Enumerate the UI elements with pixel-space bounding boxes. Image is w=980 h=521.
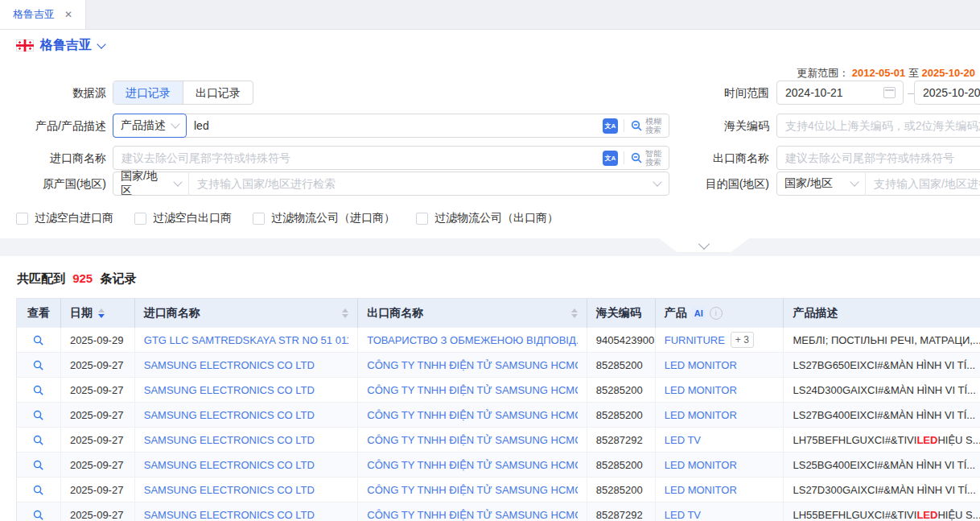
date-end-input[interactable] bbox=[915, 82, 980, 103]
ai-badge: AI bbox=[692, 307, 706, 320]
hs-code-field[interactable] bbox=[776, 114, 980, 138]
exporter-cell: CÔNG TY TNHH ĐIỆN TỬ SAMSUNG HCMC... bbox=[358, 502, 587, 521]
product-link[interactable]: LED TV bbox=[665, 509, 701, 521]
origin-country-select-value: 国家/地区 bbox=[121, 169, 168, 198]
importer-link[interactable]: SAMSUNG ELECTRONICS CO LTD bbox=[144, 434, 315, 446]
chevron-down-icon[interactable] bbox=[97, 39, 105, 48]
product-link[interactable]: LED MONITOR bbox=[665, 484, 737, 496]
col-date[interactable]: 日期 bbox=[61, 299, 135, 328]
exporter-link[interactable]: CÔNG TY TNHH ĐIỆN TỬ SAMSUNG HCMC... bbox=[367, 409, 578, 421]
fuzzy-search-button[interactable]: 模糊 搜索 bbox=[630, 117, 661, 134]
importer-link[interactable]: SAMSUNG ELECTRONICS CO LTD bbox=[144, 384, 315, 396]
tab-import-records[interactable]: 进口记录 bbox=[113, 81, 183, 104]
col-description: 产品描述 bbox=[784, 299, 980, 328]
product-link[interactable]: LED MONITOR bbox=[665, 359, 737, 371]
view-cell[interactable] bbox=[17, 453, 61, 477]
dest-country-input[interactable] bbox=[866, 173, 980, 194]
time-range-label: 时间范围 bbox=[666, 81, 769, 105]
hs-code-cell: 9405423900 bbox=[587, 328, 656, 352]
checkbox-filter-blank-exporter[interactable]: 过滤空白出口商 bbox=[134, 211, 232, 225]
product-type-select[interactable]: 产品描述 bbox=[113, 114, 187, 138]
exporter-input[interactable] bbox=[777, 147, 980, 168]
hs-code-input[interactable] bbox=[777, 115, 980, 136]
table-row: 2025-09-27SAMSUNG ELECTRONICS CO LTDCÔNG… bbox=[17, 478, 980, 502]
exporter-field[interactable] bbox=[776, 146, 980, 170]
update-start-date: 2012-05-01 bbox=[852, 67, 906, 79]
view-cell[interactable] bbox=[17, 353, 61, 377]
product-link[interactable]: LED MONITOR bbox=[665, 409, 737, 421]
exporter-link[interactable]: ТОВАРИСТВО З ОБМЕЖЕНОЮ ВІДПОВІД... bbox=[367, 334, 578, 346]
exporter-label: 出口商名称 bbox=[666, 146, 769, 170]
exporter-link[interactable]: CÔNG TY TNHH ĐIỆN TỬ SAMSUNG HCMC... bbox=[367, 434, 578, 446]
exporter-link[interactable]: CÔNG TY TNHH ĐIỆN TỬ SAMSUNG HCMC... bbox=[367, 459, 578, 471]
product-search-input[interactable] bbox=[186, 115, 603, 136]
exporter-cell: CÔNG TY TNHH ĐIỆN TỬ SAMSUNG HCMC... bbox=[358, 453, 587, 477]
close-icon[interactable]: ✕ bbox=[64, 10, 72, 19]
checkbox-icon[interactable] bbox=[416, 213, 428, 225]
translate-icon[interactable] bbox=[603, 118, 618, 134]
checkbox-icon[interactable] bbox=[16, 213, 28, 225]
sort-icon[interactable] bbox=[571, 308, 578, 318]
chevron-down-icon[interactable] bbox=[653, 177, 661, 186]
dest-country-select[interactable]: 国家/地区 bbox=[777, 172, 866, 196]
exporter-link[interactable]: CÔNG TY TNHH ĐIỆN TỬ SAMSUNG HCMC... bbox=[367, 359, 578, 371]
col-importer[interactable]: 进口商名称 bbox=[135, 299, 359, 328]
country-header[interactable]: 格鲁吉亚 bbox=[16, 37, 105, 54]
view-magnifier-icon bbox=[32, 409, 44, 421]
update-end-date: 2025-10-20 bbox=[922, 67, 976, 79]
product-extra-badge[interactable]: + 3 bbox=[731, 332, 754, 348]
exporter-cell: CÔNG TY TNHH ĐIỆN TỬ SAMSUNG HCMC... bbox=[358, 353, 587, 377]
importer-link[interactable]: SAMSUNG ELECTRONICS CO LTD bbox=[144, 484, 315, 496]
fuzzy-search-label: 模糊 搜索 bbox=[645, 117, 661, 134]
collapse-panel-toggle[interactable] bbox=[659, 238, 749, 252]
date-end-field[interactable] bbox=[914, 81, 980, 105]
exporter-link[interactable]: CÔNG TY TNHH ĐIỆN TỬ SAMSUNG HCMC... bbox=[367, 484, 578, 496]
product-search-group: 产品描述 模糊 搜索 bbox=[113, 114, 669, 138]
view-cell[interactable] bbox=[17, 502, 61, 521]
description-cell: LS25BG400EIXCI#&MÀN HÌNH VI TÍ... bbox=[784, 453, 980, 477]
view-cell[interactable] bbox=[17, 378, 61, 402]
exporter-link[interactable]: CÔNG TY TNHH ĐIỆN TỬ SAMSUNG HCMC... bbox=[367, 384, 578, 396]
importer-input[interactable] bbox=[113, 147, 603, 168]
date-start-input[interactable] bbox=[777, 82, 883, 103]
exporter-cell: CÔNG TY TNHH ĐIỆN TỬ SAMSUNG HCMC... bbox=[358, 403, 587, 427]
hs-code-cell: 85287292 bbox=[587, 428, 656, 452]
checkbox-label: 过滤空白进口商 bbox=[35, 211, 113, 225]
origin-country-input[interactable] bbox=[189, 173, 654, 194]
importer-link[interactable]: SAMSUNG ELECTRONICS CO LTD bbox=[144, 509, 315, 521]
tab-georgia[interactable]: 格鲁吉亚 ✕ bbox=[0, 0, 86, 29]
sort-icon[interactable] bbox=[98, 308, 105, 318]
checkbox-icon[interactable] bbox=[253, 213, 265, 225]
info-icon[interactable] bbox=[710, 307, 723, 320]
exporter-link[interactable]: CÔNG TY TNHH ĐIỆN TỬ SAMSUNG HCMC... bbox=[367, 509, 578, 521]
col-exporter[interactable]: 出口商名称 bbox=[358, 299, 587, 328]
importer-link[interactable]: SAMSUNG ELECTRONICS CO LTD bbox=[144, 459, 315, 471]
checkbox-icon[interactable] bbox=[134, 213, 146, 225]
view-magnifier-icon bbox=[32, 459, 44, 471]
date-start-field[interactable] bbox=[776, 81, 904, 105]
product-link[interactable]: FURNITURE bbox=[665, 334, 725, 346]
tab-export-records[interactable]: 出口记录 bbox=[183, 81, 253, 104]
product-link[interactable]: LED MONITOR bbox=[665, 459, 737, 471]
translate-icon[interactable] bbox=[603, 151, 618, 166]
product-link[interactable]: LED MONITOR bbox=[665, 384, 737, 396]
origin-country-select[interactable]: 国家/地区 bbox=[113, 172, 189, 196]
checkbox-filter-blank-importer[interactable]: 过滤空白进口商 bbox=[16, 211, 113, 225]
importer-link[interactable]: SAMSUNG ELECTRONICS CO LTD bbox=[144, 359, 315, 371]
view-cell[interactable] bbox=[17, 403, 61, 427]
smart-search-button[interactable]: 智能 搜索 bbox=[630, 149, 661, 167]
view-cell[interactable] bbox=[17, 478, 61, 502]
product-link[interactable]: LED TV bbox=[665, 434, 701, 446]
sort-icon[interactable] bbox=[342, 308, 348, 318]
hs-code-cell: 85285200 bbox=[587, 453, 656, 477]
col-view: 查看 bbox=[17, 299, 61, 328]
view-cell[interactable] bbox=[17, 328, 61, 352]
importer-link[interactable]: SAMSUNG ELECTRONICS CO LTD bbox=[144, 409, 315, 421]
view-cell[interactable] bbox=[17, 428, 61, 452]
checkbox-filter-logistics-importer[interactable]: 过滤物流公司（进口商） bbox=[253, 211, 395, 225]
importer-link[interactable]: GTG LLC SAMTREDSKAYA STR NO 51 01119... bbox=[144, 334, 349, 346]
description-cell: МЕБЛІ; ПОСТІЛЬНІ РЕЧІ, МАТРАЦИ,... bbox=[784, 328, 980, 352]
date-cell: 2025-09-27 bbox=[61, 478, 135, 502]
view-magnifier-icon bbox=[32, 334, 44, 346]
checkbox-filter-logistics-exporter[interactable]: 过滤物流公司（出口商） bbox=[416, 211, 558, 225]
